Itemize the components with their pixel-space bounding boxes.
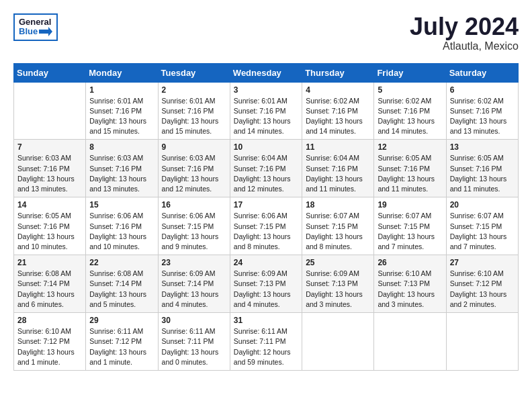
calendar-cell: 8Sunrise: 6:03 AM Sunset: 7:16 PM Daylig…	[86, 140, 158, 197]
day-info: Sunrise: 6:10 AM Sunset: 7:12 PM Dayligh…	[17, 326, 82, 367]
day-number: 30	[162, 316, 226, 325]
calendar-cell: 25Sunrise: 6:09 AM Sunset: 7:13 PM Dayli…	[302, 255, 374, 313]
day-info: Sunrise: 6:10 AM Sunset: 7:12 PM Dayligh…	[450, 269, 515, 310]
day-number: 3	[234, 85, 298, 95]
day-number: 23	[162, 258, 226, 267]
day-number: 15	[89, 200, 154, 210]
calendar-cell: 3Sunrise: 6:01 AM Sunset: 7:16 PM Daylig…	[230, 82, 302, 140]
logo-arrow-icon	[39, 27, 52, 36]
calendar-cell: 7Sunrise: 6:03 AM Sunset: 7:16 PM Daylig…	[14, 140, 86, 197]
day-number: 18	[306, 200, 370, 210]
calendar-cell: 26Sunrise: 6:10 AM Sunset: 7:13 PM Dayli…	[374, 255, 446, 313]
day-number: 10	[234, 142, 298, 152]
day-info: Sunrise: 6:04 AM Sunset: 7:16 PM Dayligh…	[306, 153, 370, 194]
day-info: Sunrise: 6:05 AM Sunset: 7:16 PM Dayligh…	[378, 153, 442, 194]
calendar-cell: 29Sunrise: 6:11 AM Sunset: 7:12 PM Dayli…	[86, 313, 158, 371]
calendar-cell: 21Sunrise: 6:08 AM Sunset: 7:14 PM Dayli…	[14, 255, 86, 313]
day-info: Sunrise: 6:03 AM Sunset: 7:16 PM Dayligh…	[89, 153, 154, 194]
calendar-cell	[302, 313, 374, 371]
calendar-cell: 19Sunrise: 6:07 AM Sunset: 7:15 PM Dayli…	[374, 197, 446, 255]
day-info: Sunrise: 6:01 AM Sunset: 7:16 PM Dayligh…	[162, 96, 226, 137]
day-info: Sunrise: 6:04 AM Sunset: 7:16 PM Dayligh…	[234, 153, 298, 194]
day-info: Sunrise: 6:11 AM Sunset: 7:11 PM Dayligh…	[234, 326, 298, 367]
day-number: 14	[17, 200, 82, 210]
calendar-cell: 24Sunrise: 6:09 AM Sunset: 7:13 PM Dayli…	[230, 255, 302, 313]
day-number: 29	[89, 316, 154, 325]
day-info: Sunrise: 6:08 AM Sunset: 7:14 PM Dayligh…	[89, 269, 154, 310]
day-info: Sunrise: 6:09 AM Sunset: 7:14 PM Dayligh…	[162, 269, 226, 310]
calendar-cell: 18Sunrise: 6:07 AM Sunset: 7:15 PM Dayli…	[302, 197, 374, 255]
day-number: 20	[450, 200, 515, 210]
day-number: 1	[89, 85, 154, 95]
day-info: Sunrise: 6:05 AM Sunset: 7:16 PM Dayligh…	[17, 211, 82, 252]
page-header: General Blue July 2024 Atlautla, Mexico	[13, 13, 519, 52]
logo: General Blue	[13, 13, 58, 41]
logo-box: General Blue	[13, 13, 58, 41]
day-number: 4	[306, 85, 370, 95]
calendar-cell: 10Sunrise: 6:04 AM Sunset: 7:16 PM Dayli…	[230, 140, 302, 197]
calendar-cell: 1Sunrise: 6:01 AM Sunset: 7:16 PM Daylig…	[86, 82, 158, 140]
day-number: 17	[234, 200, 298, 210]
calendar-cell: 13Sunrise: 6:05 AM Sunset: 7:16 PM Dayli…	[446, 140, 518, 197]
calendar-cell: 12Sunrise: 6:05 AM Sunset: 7:16 PM Dayli…	[374, 140, 446, 197]
calendar-cell: 9Sunrise: 6:03 AM Sunset: 7:16 PM Daylig…	[158, 140, 230, 197]
day-number: 8	[89, 142, 154, 152]
weekday-header: Thursday	[302, 63, 374, 82]
calendar-cell: 30Sunrise: 6:11 AM Sunset: 7:11 PM Dayli…	[158, 313, 230, 371]
weekday-header: Saturday	[446, 63, 518, 82]
day-number: 22	[89, 258, 154, 267]
calendar-cell	[14, 82, 86, 140]
day-number: 5	[378, 85, 442, 95]
weekday-header: Wednesday	[230, 63, 302, 82]
calendar-table: SundayMondayTuesdayWednesdayThursdayFrid…	[13, 63, 519, 371]
day-info: Sunrise: 6:11 AM Sunset: 7:12 PM Dayligh…	[89, 326, 154, 367]
day-info: Sunrise: 6:02 AM Sunset: 7:16 PM Dayligh…	[450, 96, 515, 137]
day-number: 24	[234, 258, 298, 267]
day-number: 25	[306, 258, 370, 267]
weekday-header: Sunday	[14, 63, 86, 82]
day-number: 31	[234, 316, 298, 325]
location-subtitle: Atlautla, Mexico	[410, 40, 519, 52]
day-info: Sunrise: 6:03 AM Sunset: 7:16 PM Dayligh…	[17, 153, 82, 194]
calendar-week-row: 28Sunrise: 6:10 AM Sunset: 7:12 PM Dayli…	[14, 313, 519, 371]
svg-marker-0	[39, 27, 52, 36]
month-year-title: July 2024	[410, 13, 519, 40]
day-info: Sunrise: 6:07 AM Sunset: 7:15 PM Dayligh…	[378, 211, 442, 252]
day-number: 13	[450, 142, 515, 152]
day-number: 26	[378, 258, 442, 267]
calendar-week-row: 14Sunrise: 6:05 AM Sunset: 7:16 PM Dayli…	[14, 197, 519, 255]
calendar-cell: 27Sunrise: 6:10 AM Sunset: 7:12 PM Dayli…	[446, 255, 518, 313]
day-number: 11	[306, 142, 370, 152]
calendar-cell: 4Sunrise: 6:02 AM Sunset: 7:16 PM Daylig…	[302, 82, 374, 140]
day-info: Sunrise: 6:08 AM Sunset: 7:14 PM Dayligh…	[17, 269, 82, 310]
day-info: Sunrise: 6:07 AM Sunset: 7:15 PM Dayligh…	[306, 211, 370, 252]
day-number: 6	[450, 85, 515, 95]
day-info: Sunrise: 6:01 AM Sunset: 7:16 PM Dayligh…	[234, 96, 298, 137]
calendar-cell: 31Sunrise: 6:11 AM Sunset: 7:11 PM Dayli…	[230, 313, 302, 371]
weekday-header: Friday	[374, 63, 446, 82]
calendar-week-row: 7Sunrise: 6:03 AM Sunset: 7:16 PM Daylig…	[14, 140, 519, 197]
calendar-cell: 11Sunrise: 6:04 AM Sunset: 7:16 PM Dayli…	[302, 140, 374, 197]
day-info: Sunrise: 6:03 AM Sunset: 7:16 PM Dayligh…	[162, 153, 226, 194]
day-info: Sunrise: 6:01 AM Sunset: 7:16 PM Dayligh…	[89, 96, 154, 137]
day-number: 21	[17, 258, 82, 267]
calendar-cell: 2Sunrise: 6:01 AM Sunset: 7:16 PM Daylig…	[158, 82, 230, 140]
calendar-cell: 20Sunrise: 6:07 AM Sunset: 7:15 PM Dayli…	[446, 197, 518, 255]
day-info: Sunrise: 6:09 AM Sunset: 7:13 PM Dayligh…	[234, 269, 298, 310]
calendar-cell	[446, 313, 518, 371]
day-info: Sunrise: 6:06 AM Sunset: 7:16 PM Dayligh…	[89, 211, 154, 252]
day-number: 12	[378, 142, 442, 152]
title-block: July 2024 Atlautla, Mexico	[410, 13, 519, 52]
calendar-cell: 15Sunrise: 6:06 AM Sunset: 7:16 PM Dayli…	[86, 197, 158, 255]
calendar-cell: 6Sunrise: 6:02 AM Sunset: 7:16 PM Daylig…	[446, 82, 518, 140]
day-info: Sunrise: 6:10 AM Sunset: 7:13 PM Dayligh…	[378, 269, 442, 310]
weekday-header: Monday	[86, 63, 158, 82]
calendar-cell	[374, 313, 446, 371]
calendar-cell: 22Sunrise: 6:08 AM Sunset: 7:14 PM Dayli…	[86, 255, 158, 313]
logo-line1: General	[19, 17, 52, 27]
weekday-header: Tuesday	[158, 63, 230, 82]
day-number: 28	[17, 316, 82, 325]
day-info: Sunrise: 6:11 AM Sunset: 7:11 PM Dayligh…	[162, 326, 226, 367]
day-info: Sunrise: 6:02 AM Sunset: 7:16 PM Dayligh…	[378, 96, 442, 137]
day-number: 7	[17, 142, 82, 152]
